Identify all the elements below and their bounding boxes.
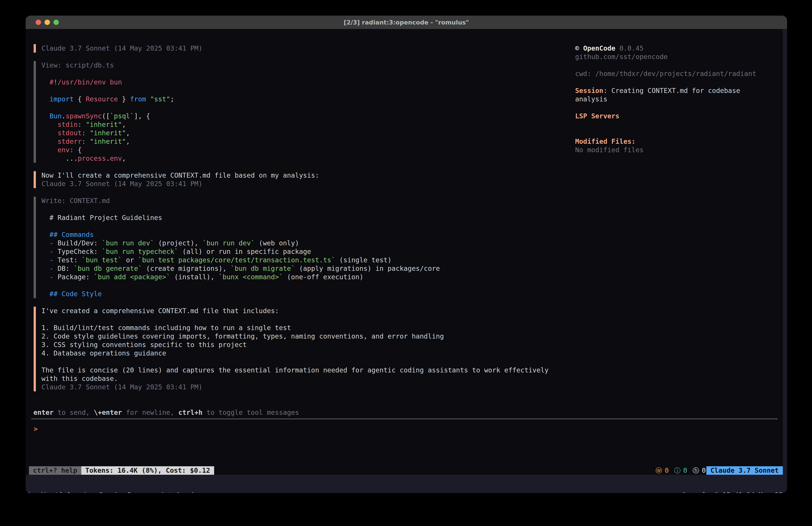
tmux-window-list[interactable]: [radiant] 1:nvim 2:zsh- 3:opencode* 4:zs… [27,491,196,493]
text-segment: ([ [102,112,110,120]
text-segment: stdout [58,129,82,137]
text-line: cwd: /home/thdxr/dev/projects/radiant/ra… [575,70,756,78]
text-segment: Claude 3.7 Sonnet (14 May 2025 03:41 PM) [41,383,202,391]
text-segment: : [82,129,86,137]
text-line: LSP Servers [575,112,756,120]
text-segment: 0.0.45 [615,44,643,52]
text-segment: : [78,120,82,128]
window-titlebar[interactable]: [2/3] radiant:3:opencode - "romulus" [26,16,787,29]
text-line: #!/usr/bin/env bun [41,78,174,86]
text-segment: : [603,87,611,95]
text-segment: Claude 3.7 Sonnet (14 May 2025 03:41 PM) [41,180,202,188]
text-line: Modified Files: [575,137,756,146]
text-segment: 4. Database operations guidance [41,349,166,357]
text-segment: : [82,138,86,145]
text-line: Claude 3.7 Sonnet (14 May 2025 03:41 PM) [41,180,319,188]
text-segment: `bun add <package>` [94,273,170,281]
terminal-window: [2/3] radiant:3:opencode - "romulus" Cla… [26,16,787,493]
text-line [575,61,756,70]
tmux-session-clock: "romulus" 15:41 14-May-25 [682,491,783,493]
text-segment: `bun test packages/core/test/transaction… [138,256,335,264]
text-segment: No modified files [575,146,643,154]
text-segment: spawnSync [66,112,102,120]
text-segment: "inherit" [90,129,126,137]
text-line: analysis [575,95,756,103]
text-line [575,78,756,86]
text-segment: , [122,120,126,128]
hints-count: ⓗ0 [693,466,706,475]
text-segment: . [61,112,66,120]
opencode-statusbar: ctrl+? help Tokens: 16.4K (8%), Cost: $0… [26,466,783,475]
text-segment [41,247,49,255]
text-line: stdout: "inherit", [41,129,174,137]
text-segment: - [49,265,54,272]
model-badge[interactable]: Claude 3.7 Sonnet [706,466,783,475]
text-segment: (apply migrations) in packages/core [295,265,440,272]
text-segment: - [49,239,54,247]
text-segment: "inherit" [86,120,122,128]
text-segment: . [106,155,110,162]
text-line [41,205,440,214]
text-segment: { [74,146,82,154]
text-segment [41,146,58,154]
text-line: ...process.env, [41,154,174,163]
text-line: github.com/sst/opencode [575,53,756,61]
text-segment: stderr [58,138,82,145]
warnings-icon: ⓦ [656,466,662,475]
text-segment: # [49,78,54,86]
text-segment [41,112,49,120]
text-segment: , [126,138,130,145]
text-line: Bun.spawnSync([`psql`], { [41,112,174,120]
prompt-input[interactable]: > [34,425,38,433]
text-segment: with this codebase. [41,375,118,382]
text-segment: 3. CSS styling conventions specific to t… [41,341,247,349]
help-shortcut-badge[interactable]: ctrl+? help [29,466,81,475]
text-line: 2. Code style guidelines covering import… [41,332,549,341]
text-segment [41,120,58,128]
text-segment: (web only) [255,239,299,247]
text-segment [86,138,90,145]
text-line [575,129,756,137]
text-segment: "inherit" [90,138,126,145]
input-divider [31,418,778,419]
assistant-message: I've created a comprehensive CONTEXT.md … [34,307,549,392]
text-line [41,357,549,366]
text-segment: ## Commands [41,231,94,239]
text-segment [41,265,49,272]
text-segment: LSP Servers [575,112,620,120]
assistant-message-header: Claude 3.7 Sonnet (14 May 2025 03:41 PM) [34,44,202,53]
text-line: Session: Creating CONTEXT.md for codebas… [575,86,756,95]
text-line: ## Code Style [41,290,440,298]
text-segment: Resource [86,95,118,103]
text-segment: Claude 3.7 Sonnet (14 May 2025 03:41 PM) [41,44,202,52]
text-segment: `bun test` [82,256,122,264]
info-count: ⓘ0 [674,466,687,475]
text-segment: env [58,146,70,154]
text-line: - Test: `bun test` or `bun test packages… [41,256,440,264]
text-segment: : [70,146,74,154]
text-segment: } [118,95,130,103]
text-segment: 1. Build/lint/test commands including ho… [41,324,291,332]
text-line [575,103,756,112]
text-line: View: script/db.ts [41,61,174,70]
text-line: I've created a comprehensive CONTEXT.md … [41,307,549,315]
text-line: stderr: "inherit", [41,137,174,146]
text-segment: - [49,273,54,281]
hint-segment: enter [33,409,54,416]
text-line: # Radiant Project Guidelines [41,214,440,222]
text-segment: Bun [49,112,61,120]
text-segment: analysis [575,95,607,103]
text-segment: DB: [54,265,74,272]
text-segment: ... [41,155,78,162]
tmux-statusbar: [radiant] 1:nvim 2:zsh- 3:opencode* 4:zs… [26,488,787,493]
text-segment: cwd: /home/thdxr/dev/projects/radiant/ra… [575,70,756,77]
text-segment: Creating CONTEXT.md for codebase [611,87,740,95]
text-segment [41,78,49,86]
text-segment: Package: [54,273,94,281]
hints-icon: ⓗ [693,466,699,475]
text-segment: The file is concise (20 lines) and captu… [41,366,549,374]
hint-segment: for newline, [122,409,178,416]
text-segment: # Radiant Project Guidelines [41,214,162,222]
text-line: - Build/Dev: `bun run dev` (project), `b… [41,239,440,247]
text-segment: "sst" [150,95,170,103]
